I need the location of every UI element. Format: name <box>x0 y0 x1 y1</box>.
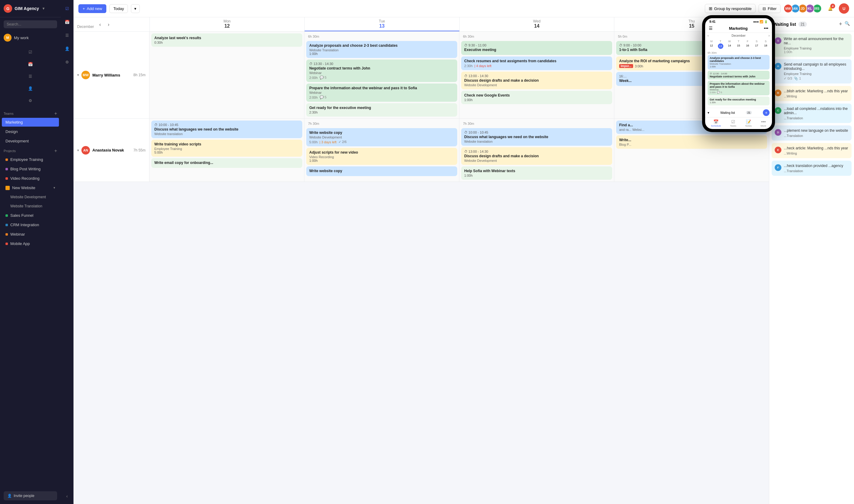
waiting-card-3[interactable]: B ...blish article: Marketing ...nds thi… <box>772 86 852 101</box>
add-project-btn[interactable]: + <box>54 148 57 154</box>
task-write-training-scripts[interactable]: Write training video scripts Employee Tr… <box>151 140 302 157</box>
task-analyze-proposals[interactable]: Analyze proposals and choose 2-3 best ca… <box>306 41 457 58</box>
app-logo[interactable]: G GIM Agency ▾ <box>0 0 61 17</box>
phone-nav-schedule[interactable]: 📅 Schedule <box>711 119 721 127</box>
list-icon-btn[interactable]: ☰ <box>24 71 36 82</box>
task-executive-meeting[interactable]: ⏱ 9:30 - 11:00 Executive meeting <box>461 41 612 55</box>
user-menu-button[interactable]: U <box>839 3 849 14</box>
right-list-btn[interactable]: ☰ <box>61 30 73 41</box>
group-by-button[interactable]: ⊞ Group by responsible <box>705 4 756 13</box>
phone-task-1[interactable]: Analyze proposals and choose 2-3 best ca… <box>708 55 769 70</box>
phone-add-btn[interactable]: + <box>763 109 769 116</box>
today-button[interactable]: Today <box>109 4 128 13</box>
sf-label: Sales Funnel <box>10 213 33 218</box>
hamburger-icon[interactable]: ☰ <box>709 26 713 31</box>
task-adjust-scripts[interactable]: Adjust scripts for new video Video Recor… <box>306 148 457 165</box>
sidebar-item-marketing[interactable]: Marketing <box>2 118 59 127</box>
sidebar-item-employee-training[interactable]: Employee Training <box>2 155 59 164</box>
my-work-item[interactable]: M My work <box>0 31 61 44</box>
task-discuss-languages-mon[interactable]: ⏱ 10:00 - 10:45 Discuss what languages w… <box>151 121 302 138</box>
collapse-sidebar-btn[interactable]: ‹ <box>61 491 73 502</box>
waiting-card-4[interactable]: C ...load all completed ...nslations int… <box>772 104 852 123</box>
waiting-card-7[interactable]: F ...heck translation provided ...agency… <box>772 161 852 176</box>
task-discuss-design-wed[interactable]: ⏱ 13:00 - 14:30 Discuss design drafts an… <box>461 147 612 165</box>
waiting-add-icon[interactable]: + <box>839 21 842 27</box>
ph-date-16[interactable]: 16 <box>743 43 752 49</box>
waiting-card-1[interactable]: S Write an email announcement for the ne… <box>772 34 852 57</box>
task-negotiate[interactable]: ⏱ 13:30 - 14:30 Negotiate contract terms… <box>306 59 457 82</box>
waiting-card-5[interactable]: D ...plement new language on the website… <box>772 125 852 141</box>
task-write-partial[interactable]: Write... Blog P... <box>616 136 767 149</box>
sidebar-item-new-website[interactable]: New Website ▾ <box>2 183 59 192</box>
waiting-card-6[interactable]: E ...heck article: Marketing ...nds this… <box>772 143 852 158</box>
task-write-website-copy[interactable]: Write website copy Website Development 5… <box>306 128 457 146</box>
anastasia-row-header[interactable]: ▾ AN Anastasia Novak 7h 55m <box>73 119 150 182</box>
task-get-ready[interactable]: Get ready for the executive meeting 2:30… <box>306 103 457 116</box>
phone-cal-next[interactable]: › <box>769 34 769 37</box>
ph-date-12[interactable]: 12 <box>707 43 716 49</box>
duration: 2:30h <box>464 64 473 68</box>
ph-date-15[interactable]: 15 <box>734 43 743 49</box>
right-cal-btn[interactable]: 📅 <box>61 16 73 27</box>
ph-date-18[interactable]: 18 <box>761 43 770 49</box>
waiting-search-icon[interactable]: 🔍 <box>844 21 850 27</box>
sidebar-item-sales-funnel[interactable]: Sales Funnel <box>2 211 59 220</box>
settings-icon-btn[interactable]: ⚙ <box>24 95 36 106</box>
right-gear-btn[interactable]: ⚙ <box>61 56 73 67</box>
calendar-icon-btn[interactable]: 📅 <box>24 59 36 70</box>
invite-people-btn[interactable]: 👤 Invite people <box>4 491 57 500</box>
add-team-btn[interactable]: + <box>54 111 57 116</box>
sidebar-item-video-recording[interactable]: Video Recording <box>2 174 59 183</box>
avatar-1[interactable]: MW <box>784 4 792 13</box>
col-hours-wed-an: 7h 30m <box>461 121 612 127</box>
cal-next-btn[interactable]: › <box>104 20 113 29</box>
wc-project: ...Writing <box>784 94 848 98</box>
ph-date-17[interactable]: 17 <box>752 43 761 49</box>
phone-task-2[interactable]: ⏱ 12:30 - 14:00 Negotiate contract terms… <box>708 71 769 79</box>
phone-nav-tasks[interactable]: ☑ Tasks <box>730 119 736 127</box>
ph-date-13[interactable]: 13 <box>718 43 724 49</box>
task-check-google[interactable]: Check new Google Events 1:00h <box>461 91 612 104</box>
sidebar-item-mobile-app[interactable]: Mobile App <box>2 239 59 248</box>
phone-nav-notes[interactable]: 📝 Notes <box>745 119 752 127</box>
add-new-button[interactable]: + Add new <box>79 4 106 13</box>
sidebar-item-crm[interactable]: CRM Integration <box>2 220 59 229</box>
ph-date-14[interactable]: 14 <box>725 43 734 49</box>
task-help-sofia[interactable]: Help Sofia with Webinar texts 1:00h <box>461 166 612 180</box>
add-label: Add new <box>87 6 102 11</box>
marry-row-header[interactable]: ▾ MW Marry Williams 8h 15m <box>73 32 150 119</box>
right-check-btn[interactable]: ☑ <box>61 3 73 14</box>
person-row-marry: ▾ MW Marry Williams 8h 15m Analyze last … <box>73 32 769 119</box>
task-discuss-languages-wed[interactable]: ⏱ 10:00 - 10:45 Discuss what languages w… <box>461 128 612 146</box>
wc-title: Write an email announcement for the ne..… <box>784 37 849 45</box>
phone-more-icon[interactable]: ••• <box>764 26 768 31</box>
right-person-btn[interactable]: 👤 <box>61 43 73 54</box>
sidebar-item-website-dev[interactable]: Website Development <box>2 193 59 201</box>
task-write-website-copy-2[interactable]: Write website copy <box>306 166 457 176</box>
task-write-email-copy[interactable]: Write email copy for onboarding... <box>151 158 302 168</box>
et-label: Employee Training <box>10 157 43 162</box>
phone-nav-more[interactable]: ••• More <box>761 119 766 127</box>
check-icon-btn[interactable]: ☑ <box>24 47 36 57</box>
notes-icon: 📝 <box>746 119 751 124</box>
sidebar-item-webinar[interactable]: Webinar <box>2 230 59 239</box>
phone-collapse-icon[interactable]: ▾ <box>708 111 709 115</box>
filter-button[interactable]: ⊟ Filter <box>759 4 781 13</box>
sidebar-item-design[interactable]: Design <box>2 127 59 136</box>
cal-prev-btn[interactable]: ‹ <box>96 20 104 29</box>
sidebar-item-development[interactable]: Development <box>2 137 59 145</box>
notification-button[interactable]: 🔔 4 <box>825 3 836 14</box>
phone-task-4[interactable]: Get ready for the executive meeting 1:30… <box>708 96 769 105</box>
person-icon-btn[interactable]: 👤 <box>24 83 36 94</box>
search-input[interactable] <box>4 20 57 28</box>
sidebar-item-website-trans[interactable]: Website Translation <box>2 202 59 211</box>
sidebar-item-blog-post[interactable]: Blog Post Writing <box>2 165 59 173</box>
task-check-resumes[interactable]: Check resumes and test assigments from c… <box>461 56 612 70</box>
task-analyze-results[interactable]: Analyze last week's results 0:30h <box>151 33 302 47</box>
task-discuss-design[interactable]: ⏱ 13:00 - 14:30 Discuss design drafts an… <box>461 72 612 89</box>
today-dropdown[interactable]: ▾ <box>131 4 140 13</box>
task-prepare-webinar[interactable]: Prepare the information about the webina… <box>306 84 457 102</box>
phone-cal-prev[interactable]: ‹ <box>708 34 709 37</box>
waiting-card-2[interactable]: A Send email campaign to all employees i… <box>772 59 852 84</box>
phone-task-3[interactable]: Prepare the information about the webina… <box>708 81 769 95</box>
